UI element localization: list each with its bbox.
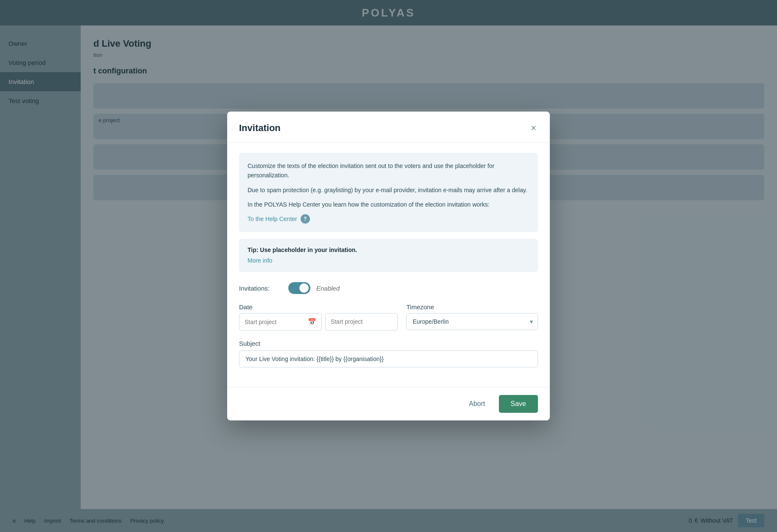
date-timezone-section: Date 📅 Timezone: [239, 303, 538, 330]
abort-button[interactable]: Abort: [462, 396, 492, 412]
modal-body: Customize the texts of the election invi…: [227, 143, 550, 387]
date-input[interactable]: [245, 319, 304, 325]
info-box: Customize the texts of the election invi…: [239, 153, 538, 232]
tip-box: Tip: Use placeholder in your invitation.…: [239, 239, 538, 272]
toggle-container: Enabled: [288, 282, 340, 294]
date-label: Date: [239, 303, 398, 311]
info-text-3: In the POLYAS Help Center you learn how …: [248, 200, 529, 209]
modal-overlay: Invitation × Customize the texts of the …: [0, 0, 777, 532]
modal-title: Invitation: [239, 123, 281, 134]
help-icon: ?: [301, 214, 310, 224]
timezone-field-group: Timezone Europe/Berlin UTC America/New_Y…: [406, 303, 538, 330]
invitations-label: Invitations:: [239, 285, 282, 292]
modal-footer: Abort Save: [227, 387, 550, 420]
calendar-icon: 📅: [308, 318, 316, 326]
date-timezone-row: Date 📅 Timezone: [239, 303, 538, 330]
save-button[interactable]: Save: [499, 395, 538, 413]
help-center-link[interactable]: To the Help Center ?: [248, 214, 310, 224]
date-field-group: Date 📅: [239, 303, 398, 330]
time-input[interactable]: [331, 318, 392, 325]
date-inputs: 📅: [239, 313, 398, 330]
tip-title: Tip: Use placeholder in your invitation.: [248, 246, 529, 253]
more-info-link[interactable]: More info: [248, 257, 272, 264]
info-text-1: Customize the texts of the election invi…: [248, 161, 529, 180]
subject-input[interactable]: [239, 350, 538, 367]
modal-close-button[interactable]: ×: [529, 122, 538, 134]
invitation-modal: Invitation × Customize the texts of the …: [227, 112, 550, 421]
help-center-link-label: To the Help Center: [248, 216, 297, 222]
timezone-select-wrapper: Europe/Berlin UTC America/New_York Asia/…: [406, 313, 538, 330]
invitations-toggle[interactable]: [288, 282, 310, 294]
time-input-wrapper[interactable]: [325, 313, 398, 330]
date-input-wrapper[interactable]: 📅: [239, 313, 322, 330]
toggle-knob: [299, 283, 309, 293]
info-text-2: Due to spam protection (e.g. graylisting…: [248, 185, 529, 195]
invitations-row: Invitations: Enabled: [239, 282, 538, 294]
subject-label: Subject: [239, 340, 538, 347]
modal-header: Invitation ×: [227, 112, 550, 143]
subject-section: Subject: [239, 340, 538, 367]
timezone-label: Timezone: [406, 303, 538, 311]
timezone-select[interactable]: Europe/Berlin UTC America/New_York Asia/…: [406, 313, 538, 330]
toggle-status: Enabled: [316, 285, 340, 292]
